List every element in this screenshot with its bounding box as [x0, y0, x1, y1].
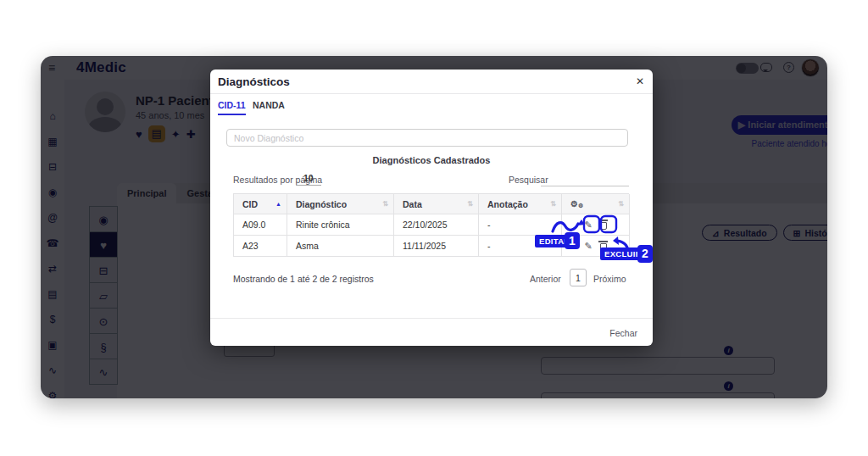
- col-header-data[interactable]: Data ⇅: [394, 194, 479, 214]
- close-icon[interactable]: ✕: [636, 75, 644, 87]
- excluir-number: 2: [637, 245, 653, 263]
- sort-icon: ⇅: [382, 200, 388, 208]
- table-row: 11/11/2025: [394, 236, 479, 257]
- col-header-cid[interactable]: CID ▲: [234, 194, 287, 214]
- search-input[interactable]: [541, 173, 629, 186]
- divider: [210, 318, 653, 319]
- next-page-button[interactable]: Próximo: [593, 274, 626, 284]
- prev-page-button[interactable]: Anterior: [530, 274, 561, 284]
- edit-icon[interactable]: ✎: [584, 220, 592, 231]
- table-row: 22/10/2025: [394, 214, 479, 236]
- per-page-value[interactable]: 10: [296, 173, 321, 186]
- section-title: Diagnósticos Cadastrados: [210, 155, 653, 165]
- table-row: A23: [234, 236, 287, 257]
- col-header-diagnostico[interactable]: Diagnóstico ⇅: [287, 194, 394, 214]
- table-row: A09.0: [234, 214, 287, 236]
- trash-icon[interactable]: [600, 222, 607, 230]
- gears-icon: ⚙⚙: [570, 199, 583, 209]
- table-row: -: [479, 214, 562, 236]
- divider: [210, 93, 653, 94]
- page-number[interactable]: 1: [570, 269, 587, 286]
- results-summary: Mostrando de 1 até 2 de 2 registros: [233, 274, 374, 284]
- tab-nanda[interactable]: NANDA: [253, 100, 285, 110]
- col-header-actions[interactable]: ⚙⚙ ⇅: [562, 194, 630, 214]
- table-row: Asma: [287, 236, 394, 257]
- sort-icon: ⇅: [618, 200, 624, 208]
- close-button[interactable]: Fechar: [609, 328, 637, 338]
- tab-cid-11[interactable]: CID-11: [218, 100, 246, 115]
- editar-number: 1: [565, 232, 580, 249]
- sort-asc-icon: ▲: [275, 201, 281, 207]
- diagnosticos-modal: Diagnósticos ✕ CID-11 NANDA Diagnósticos…: [210, 70, 653, 346]
- col-header-anotacao[interactable]: Anotação ⇅: [479, 194, 562, 214]
- table-row: Rinite crônica: [287, 214, 394, 236]
- sort-icon: ⇅: [550, 200, 556, 208]
- new-diagnosis-input[interactable]: [226, 129, 628, 147]
- modal-title: Diagnósticos: [218, 75, 290, 88]
- sort-icon: ⇅: [467, 200, 473, 208]
- edit-icon[interactable]: ✎: [584, 241, 592, 252]
